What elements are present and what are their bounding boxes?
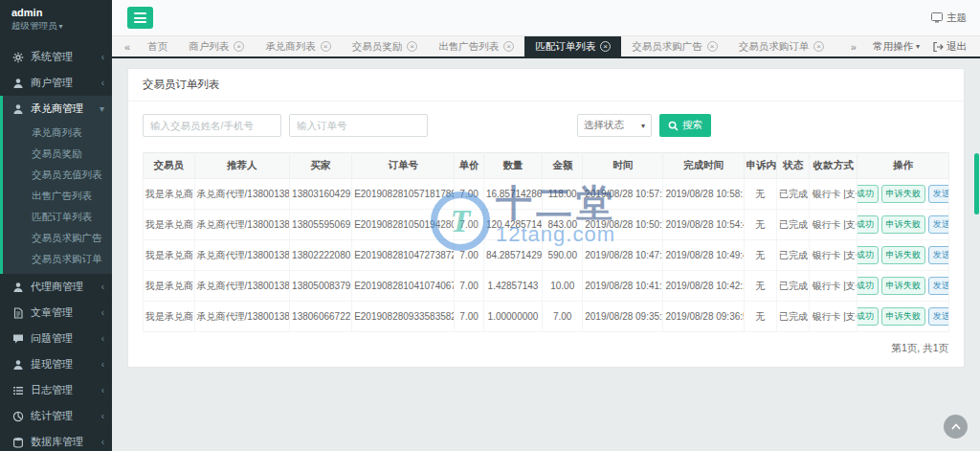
sidebar-item-3[interactable]: 代理商管理‹: [0, 274, 112, 300]
tab-label: 交易员求购订单: [739, 40, 810, 54]
back-to-top-button[interactable]: [944, 415, 968, 439]
sidebar-item-1[interactable]: 商户管理‹: [0, 70, 112, 96]
cell-trader: 我是承兑商: [144, 271, 195, 302]
cell-status: 已完成: [777, 210, 810, 240]
sidebar-item-7[interactable]: 日志管理‹: [0, 377, 112, 403]
pie-chart-icon: [12, 411, 26, 422]
tabs-scroll-left-icon[interactable]: «: [118, 36, 137, 56]
tab-close-icon[interactable]: ×: [813, 41, 824, 52]
appeal-fail-button[interactable]: 申诉失败: [881, 246, 925, 264]
theme-label: 主题: [947, 11, 967, 25]
column-header: 订单号: [352, 153, 455, 179]
sidebar-subitem-2-0[interactable]: 承兑商列表: [3, 123, 112, 144]
column-header: 状态: [777, 153, 810, 179]
sidebar-toggle-button[interactable]: [127, 7, 153, 29]
cell-referrer: 承兑商代理/13800138001: [194, 271, 290, 302]
tab-2[interactable]: 承兑商列表×: [255, 36, 342, 56]
tab-1[interactable]: 商户列表×: [178, 36, 255, 56]
tab-close-icon[interactable]: ×: [407, 41, 417, 52]
appeal-fail-button[interactable]: 申诉失败: [881, 307, 925, 326]
appeal-success-button[interactable]: 申诉成功: [858, 185, 879, 203]
pagination-info: 第1页, 共1页: [128, 332, 964, 367]
user-role-dropdown[interactable]: 超级管理员▾: [11, 20, 102, 33]
cell-status: 已完成: [777, 271, 810, 302]
send-callback-button[interactable]: 发送回调: [928, 277, 949, 295]
scrollbar-thumb[interactable]: [974, 153, 979, 214]
logout-button[interactable]: 退出: [929, 40, 970, 54]
cell-trader: 我是承兑商: [144, 240, 195, 271]
sidebar-subitem-2-6[interactable]: 交易员求购订单: [3, 249, 112, 270]
tabbar-right-controls: » 常用操作▾ 退出: [844, 36, 980, 56]
column-header: 单价: [455, 153, 484, 179]
cell-payment: 银行卡 |支付宝: [810, 179, 858, 210]
appeal-success-button[interactable]: 申诉成功: [858, 215, 879, 234]
sidebar-subitem-2-1[interactable]: 交易员奖励: [3, 144, 112, 165]
column-header: 交易员: [144, 153, 195, 179]
sidebar-item-2[interactable]: 承兑商管理▾: [3, 96, 112, 122]
chevron-down-icon: ▾: [916, 42, 920, 51]
cell-price: 7.00: [455, 210, 484, 240]
sidebar-subitem-2-3[interactable]: 出售广告列表: [3, 186, 112, 207]
tab-close-icon[interactable]: ×: [503, 41, 514, 52]
tab-close-icon[interactable]: ×: [600, 41, 611, 52]
tab-close-icon[interactable]: ×: [707, 41, 718, 52]
cell-status: 已完成: [777, 179, 810, 210]
appeal-success-button[interactable]: 申诉成功: [858, 246, 879, 264]
sidebar-item-0[interactable]: 系统管理‹: [0, 44, 112, 70]
sidebar-subitem-2-4[interactable]: 匹配订单列表: [3, 207, 112, 228]
cell-trader: 我是承兑商: [144, 179, 195, 210]
appeal-success-button[interactable]: 申诉成功: [858, 277, 879, 295]
gear-icon: [12, 52, 26, 63]
sidebar-subitem-2-2[interactable]: 交易员充值列表: [3, 165, 112, 186]
order-no-input[interactable]: [289, 114, 428, 137]
search-button[interactable]: 搜索: [659, 114, 711, 137]
cell-price: 7.00: [455, 240, 484, 271]
theme-button[interactable]: 主题: [931, 11, 967, 25]
sidebar-item-label: 系统管理: [31, 50, 100, 64]
sidebar-item-6[interactable]: 提现管理‹: [0, 351, 112, 377]
cell-payment: 银行卡 |支付宝: [810, 240, 858, 271]
cell-finish_time: 2019/08/28 09:36:55: [663, 302, 744, 332]
tab-5[interactable]: 匹配订单列表×: [524, 36, 621, 56]
cell-referrer: 承兑商代理/13800138001: [194, 240, 290, 271]
tab-0[interactable]: 首页: [137, 36, 178, 56]
cell-order_no: E20190828093358358237: [352, 302, 455, 332]
column-header: 时间: [583, 153, 663, 179]
table-row: 我是承兑商承兑商代理/1380013800113806066722E201908…: [144, 302, 949, 332]
status-select[interactable]: 选择状态 ▾: [577, 114, 652, 137]
sidebar-item-4[interactable]: 文章管理‹: [0, 300, 112, 326]
appeal-success-button[interactable]: 申诉成功: [858, 307, 879, 326]
orders-table: 交易员推荐人买家订单号单价数量金额时间完成时间申诉内容状态收款方式操作 我是承兑…: [143, 152, 949, 332]
appeal-fail-button[interactable]: 申诉失败: [881, 215, 925, 234]
sidebar-item-8[interactable]: 统计管理‹: [0, 403, 112, 429]
cell-payment: 银行卡 |支付宝: [810, 302, 858, 332]
send-callback-button[interactable]: 发送回调: [928, 246, 949, 264]
tab-7[interactable]: 交易员求购订单×: [728, 36, 835, 56]
cell-appeal: 无: [744, 210, 776, 240]
cell-referrer: 承兑商代理/13800138001: [194, 210, 290, 240]
send-callback-button[interactable]: 发送回调: [928, 307, 949, 326]
tab-label: 匹配订单列表: [535, 40, 595, 54]
tab-6[interactable]: 交易员求购广告×: [621, 36, 728, 56]
send-callback-button[interactable]: 发送回调: [928, 215, 949, 234]
appeal-fail-button[interactable]: 申诉失败: [881, 277, 925, 295]
sidebar: admin 超级管理员▾ 系统管理‹商户管理‹承兑商管理▾承兑商列表交易员奖励交…: [0, 0, 112, 451]
chevron-left-icon: ‹: [101, 333, 104, 344]
sidebar-item-5[interactable]: 问题管理‹: [0, 326, 112, 351]
tab-label: 商户列表: [189, 40, 229, 54]
sidebar-item-9[interactable]: 数据库管理‹: [0, 429, 112, 451]
trader-name-input[interactable]: [143, 114, 281, 137]
common-operations-dropdown[interactable]: 常用操作▾: [865, 40, 927, 54]
send-callback-button[interactable]: 发送回调: [928, 185, 949, 203]
cell-buyer: 13803160429: [290, 179, 352, 210]
table-row: 我是承兑商承兑商代理/1380013800113803160429E201908…: [144, 179, 949, 210]
cell-order_no: E20190828105718178966: [352, 179, 455, 210]
tab-close-icon[interactable]: ×: [321, 41, 331, 52]
tab-4[interactable]: 出售广告列表×: [428, 36, 524, 56]
sidebar-subitem-2-5[interactable]: 交易员求购广告: [3, 228, 112, 249]
user-panel: admin 超级管理员▾: [0, 0, 112, 38]
appeal-fail-button[interactable]: 申诉失败: [881, 185, 925, 203]
tabs-scroll-right-icon[interactable]: »: [844, 41, 863, 53]
tab-3[interactable]: 交易员奖励×: [342, 36, 429, 56]
tab-close-icon[interactable]: ×: [234, 41, 244, 52]
